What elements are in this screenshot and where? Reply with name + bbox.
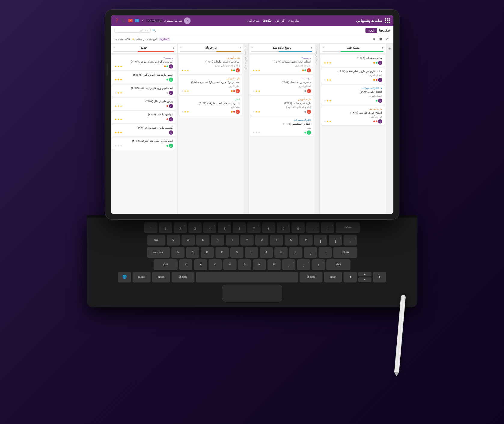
ticket-card[interactable]: ثبت نام و ورود کاربران داخلی (#۲۶۶) ع ★ … bbox=[112, 85, 176, 97]
key-f[interactable]: F bbox=[215, 247, 229, 258]
key-1[interactable]: !1 bbox=[159, 222, 172, 233]
key-i[interactable]: I bbox=[270, 235, 283, 246]
ticket-card[interactable]: تعیین واحد های اندازه گیری (#۲۸۶) ع ★ ★ … bbox=[112, 72, 176, 84]
ticket-card[interactable]: نیاز به آموزش بهای تمام شده تبلیغات (#۱۳… bbox=[179, 55, 242, 74]
key-j[interactable]: J bbox=[260, 247, 273, 258]
key-m[interactable]: M bbox=[267, 259, 281, 270]
key-equals[interactable]: += bbox=[321, 222, 334, 233]
key-shift-left[interactable]: shift bbox=[154, 259, 178, 270]
grid-view-icon[interactable]: ⊞ bbox=[378, 37, 383, 41]
trackpad[interactable] bbox=[222, 285, 282, 301]
key-bracket-open[interactable]: {[ bbox=[314, 235, 327, 246]
key-o[interactable]: O bbox=[285, 235, 298, 246]
key-3[interactable]: #3 bbox=[188, 222, 202, 233]
key-e[interactable]: E bbox=[196, 235, 209, 246]
close-icon[interactable]: ✕ bbox=[142, 19, 144, 22]
ticket-card[interactable]: کاتالوگ محصولات خطا در اپلیکیشن (#۱۰۶) م… bbox=[250, 117, 313, 136]
ticket-card[interactable]: ★ کاتالوگ محصولات انتقال دامنه (#۱۹۴) اح… bbox=[321, 85, 385, 105]
key-a[interactable]: A bbox=[171, 247, 185, 258]
ticket-card[interactable]: نیاز به آموزش خطا در درگاه پرداخت و بازگ… bbox=[179, 75, 242, 95]
nav-picrbandi[interactable]: پیکربندی bbox=[288, 19, 299, 22]
key-minus[interactable]: _- bbox=[306, 222, 319, 233]
key-w[interactable]: W bbox=[182, 235, 195, 246]
list-view-icon[interactable]: ≡ bbox=[372, 37, 377, 41]
key-cmd-left[interactable]: ⌘ cmd bbox=[172, 272, 194, 282]
key-9[interactable]: (9 bbox=[277, 222, 290, 233]
col-add-answered[interactable]: + bbox=[251, 45, 253, 50]
key-bracket-close[interactable]: }] bbox=[329, 235, 342, 246]
key-spacebar[interactable] bbox=[196, 272, 298, 282]
key-v[interactable]: V bbox=[223, 259, 237, 270]
key-p[interactable]: P bbox=[299, 235, 313, 246]
key-quote[interactable]: "' bbox=[319, 247, 332, 258]
refresh-icon[interactable]: ↺ bbox=[385, 37, 390, 41]
key-8[interactable]: *8 bbox=[262, 222, 275, 233]
ticket-card[interactable]: برچسب ۲ نمایش لوگوی برندهای موجود (#۳۱۸)… bbox=[112, 55, 176, 70]
key-c[interactable]: C bbox=[209, 259, 222, 270]
key-2[interactable]: @2 bbox=[174, 222, 187, 233]
col-add-inprogress[interactable]: + bbox=[180, 45, 182, 50]
search-input[interactable]: جستجو bbox=[115, 28, 151, 33]
key-u[interactable]: U bbox=[255, 235, 268, 246]
ticket-card[interactable]: اسم شدن ایمیل های شرکت (#۳۰۶) ع ★ ★ ★ bbox=[112, 138, 176, 150]
add-column-btn[interactable]: + bbox=[386, 44, 393, 214]
key-shift-right[interactable]: shift bbox=[326, 259, 350, 270]
phone-icon[interactable]: 📞 bbox=[121, 18, 126, 23]
col-side-btn-answered[interactable]: در حال بررسی (۱) bbox=[315, 44, 319, 214]
ticket-card[interactable]: روش های ارسال (#۳۳۵) ع ★ ★ ★ bbox=[112, 98, 176, 110]
key-cmd-right[interactable]: ⌘ cmd bbox=[300, 272, 322, 282]
key-r[interactable]: R bbox=[211, 235, 224, 246]
key-arrow-left[interactable]: ◀ bbox=[344, 272, 357, 282]
ticket-card[interactable]: کدبیس مازول حسابداری (#۱۷۹) ع ★ ★ ★ bbox=[112, 124, 176, 136]
key-s[interactable]: S bbox=[186, 247, 199, 258]
key-slash[interactable]: ?/ bbox=[312, 259, 325, 270]
ticket-card[interactable]: نیاز به آموزش اصلاح حروف فارسی (#۱۸۶) فر… bbox=[321, 106, 385, 125]
ticket-card[interactable]: ستاپ صفحات (#۱۶۶) ع ★ ★ bbox=[321, 55, 385, 67]
topbar-nav[interactable]: پیکربندی گزارش تیکت‌ها نمای کلی bbox=[247, 19, 299, 22]
key-backslash[interactable]: |\ bbox=[344, 235, 357, 246]
col-add-closed[interactable]: + bbox=[322, 45, 325, 50]
key-return[interactable]: return bbox=[333, 247, 357, 258]
key-7[interactable]: &7 bbox=[247, 222, 261, 233]
ticket-card[interactable]: نیاز به آموزش باز نشدن سایت (#۲۲۴) [ نام… bbox=[250, 96, 313, 116]
key-delete[interactable]: delete bbox=[336, 222, 360, 233]
key-b[interactable]: B bbox=[238, 259, 251, 270]
ticket-card[interactable]: برچسب ۳ امکان ایجاد بخش تبلیغات (#۱۵۶) ع… bbox=[250, 55, 313, 74]
ticket-card[interactable]: برچسب ۴ دسترسی به اسناد (#۲۹۵) احسان امی… bbox=[250, 75, 313, 95]
key-globe[interactable]: 🌐 bbox=[118, 272, 131, 282]
key-x[interactable]: X bbox=[194, 259, 207, 270]
key-period[interactable]: >. bbox=[297, 259, 310, 270]
key-g[interactable]: G bbox=[230, 247, 243, 258]
key-k[interactable]: K bbox=[274, 247, 288, 258]
key-0[interactable]: )0 bbox=[292, 222, 305, 233]
create-ticket-btn[interactable]: ایجاد bbox=[365, 28, 377, 33]
key-h[interactable]: H bbox=[245, 247, 258, 258]
key-arrow-right[interactable]: ▶ bbox=[373, 272, 386, 282]
filters-badge[interactable]: ۲ فیلترها bbox=[159, 38, 170, 41]
key-arrow-down[interactable]: ▼ bbox=[358, 277, 371, 282]
key-tilde[interactable]: ~` bbox=[144, 222, 157, 233]
key-y[interactable]: Y bbox=[240, 235, 254, 246]
help-icon[interactable]: ❓ bbox=[115, 18, 119, 23]
key-d[interactable]: D bbox=[201, 247, 214, 258]
col-side-btn-new[interactable]: نیاز به اطلاعات بیشتر (۱) bbox=[244, 44, 248, 214]
key-capslock[interactable]: caps lock bbox=[147, 247, 170, 258]
key-option-left[interactable]: option bbox=[152, 272, 170, 282]
key-z[interactable]: Z bbox=[179, 259, 192, 270]
key-arrow-up[interactable]: ▲ bbox=[358, 272, 371, 276]
ticket-card[interactable]: ایمیل تغییر قالب های ایمیل شرکت (#۲۰۶) م… bbox=[179, 96, 242, 116]
key-4[interactable]: $4 bbox=[203, 222, 216, 233]
key-control[interactable]: control bbox=[133, 272, 151, 282]
nav-gozaresh[interactable]: گزارش bbox=[275, 19, 285, 22]
ticket-card[interactable]: مواجهه با خطا (#۳۱۶) ع ★ ★ ★ bbox=[112, 111, 176, 123]
key-semicolon[interactable]: :; bbox=[304, 247, 317, 258]
key-q[interactable]: Q bbox=[167, 235, 180, 246]
key-tab[interactable]: tab bbox=[147, 235, 165, 246]
key-n[interactable]: N bbox=[253, 259, 266, 270]
key-option-right[interactable]: option bbox=[324, 272, 342, 282]
ticket-card[interactable]: حالت تاریخ در مازول نظرسنجی (#۱۴۶) احسان… bbox=[321, 68, 385, 84]
key-5[interactable]: %5 bbox=[218, 222, 231, 233]
nav-tickets[interactable]: تیکت‌ها bbox=[263, 19, 272, 22]
nav-namaykoli[interactable]: نمای کلی bbox=[247, 19, 259, 22]
key-6[interactable]: ^6 bbox=[233, 222, 246, 233]
